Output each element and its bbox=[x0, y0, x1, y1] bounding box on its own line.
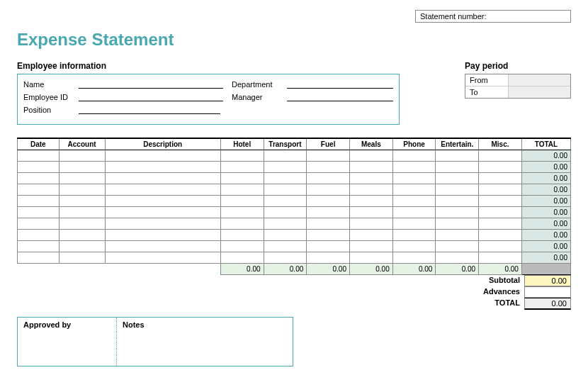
table-cell[interactable] bbox=[350, 150, 393, 162]
table-cell[interactable] bbox=[436, 173, 479, 184]
table-cell[interactable] bbox=[392, 196, 436, 207]
table-cell[interactable] bbox=[18, 207, 60, 218]
table-cell[interactable] bbox=[105, 218, 220, 230]
table-cell[interactable] bbox=[18, 218, 60, 230]
table-cell[interactable] bbox=[105, 150, 220, 162]
table-cell[interactable] bbox=[392, 184, 436, 196]
department-field[interactable] bbox=[287, 79, 393, 89]
table-cell[interactable] bbox=[392, 218, 436, 230]
manager-field[interactable] bbox=[287, 91, 393, 101]
table-cell[interactable] bbox=[59, 150, 105, 162]
table-cell[interactable] bbox=[264, 252, 307, 264]
table-cell[interactable] bbox=[264, 184, 307, 196]
table-cell[interactable] bbox=[392, 241, 436, 252]
table-cell[interactable] bbox=[59, 162, 105, 173]
table-cell[interactable] bbox=[479, 241, 522, 252]
table-cell[interactable] bbox=[392, 252, 436, 264]
table-cell[interactable] bbox=[264, 150, 307, 162]
table-cell[interactable] bbox=[59, 252, 105, 264]
table-cell[interactable] bbox=[264, 196, 307, 207]
table-cell[interactable] bbox=[220, 196, 264, 207]
table-cell[interactable] bbox=[220, 173, 264, 184]
table-cell[interactable] bbox=[350, 196, 393, 207]
table-cell[interactable] bbox=[59, 207, 105, 218]
table-cell[interactable] bbox=[436, 241, 479, 252]
table-cell[interactable] bbox=[105, 196, 220, 207]
table-cell[interactable] bbox=[350, 207, 393, 218]
table-cell[interactable] bbox=[307, 162, 350, 173]
table-cell[interactable] bbox=[479, 196, 522, 207]
table-cell[interactable] bbox=[436, 252, 479, 264]
table-cell[interactable] bbox=[350, 184, 393, 196]
table-cell[interactable] bbox=[307, 184, 350, 196]
table-cell[interactable] bbox=[479, 230, 522, 241]
table-cell[interactable] bbox=[18, 184, 60, 196]
table-cell[interactable] bbox=[350, 230, 393, 241]
table-cell[interactable] bbox=[436, 150, 479, 162]
table-cell[interactable] bbox=[220, 150, 264, 162]
table-cell[interactable] bbox=[307, 241, 350, 252]
statement-number-field[interactable]: Statement number: bbox=[415, 10, 571, 23]
table-cell[interactable] bbox=[18, 230, 60, 241]
table-cell[interactable] bbox=[220, 207, 264, 218]
table-cell[interactable] bbox=[479, 207, 522, 218]
table-cell[interactable] bbox=[350, 162, 393, 173]
table-cell[interactable] bbox=[105, 162, 220, 173]
table-cell[interactable] bbox=[18, 252, 60, 264]
table-cell[interactable] bbox=[479, 218, 522, 230]
table-cell[interactable] bbox=[307, 207, 350, 218]
table-cell[interactable] bbox=[307, 230, 350, 241]
employee-id-field[interactable] bbox=[79, 91, 223, 101]
table-cell[interactable] bbox=[307, 196, 350, 207]
table-cell[interactable] bbox=[350, 173, 393, 184]
table-cell[interactable] bbox=[59, 218, 105, 230]
table-cell[interactable] bbox=[220, 241, 264, 252]
table-cell[interactable] bbox=[220, 162, 264, 173]
table-cell[interactable] bbox=[350, 241, 393, 252]
table-cell[interactable] bbox=[105, 230, 220, 241]
table-cell[interactable] bbox=[350, 252, 393, 264]
table-cell[interactable] bbox=[59, 230, 105, 241]
table-cell[interactable] bbox=[479, 173, 522, 184]
table-cell[interactable] bbox=[18, 241, 60, 252]
table-cell[interactable] bbox=[307, 218, 350, 230]
table-cell[interactable] bbox=[392, 230, 436, 241]
table-cell[interactable] bbox=[264, 218, 307, 230]
table-cell[interactable] bbox=[220, 184, 264, 196]
table-cell[interactable] bbox=[479, 252, 522, 264]
table-cell[interactable] bbox=[264, 241, 307, 252]
table-cell[interactable] bbox=[264, 162, 307, 173]
table-cell[interactable] bbox=[18, 196, 60, 207]
table-cell[interactable] bbox=[479, 150, 522, 162]
table-cell[interactable] bbox=[436, 207, 479, 218]
table-cell[interactable] bbox=[105, 252, 220, 264]
table-cell[interactable] bbox=[18, 173, 60, 184]
table-cell[interactable] bbox=[392, 173, 436, 184]
table-cell[interactable] bbox=[436, 184, 479, 196]
table-cell[interactable] bbox=[59, 184, 105, 196]
table-cell[interactable] bbox=[105, 173, 220, 184]
table-cell[interactable] bbox=[59, 173, 105, 184]
table-cell[interactable] bbox=[436, 162, 479, 173]
table-cell[interactable] bbox=[105, 184, 220, 196]
table-cell[interactable] bbox=[220, 230, 264, 241]
table-cell[interactable] bbox=[479, 162, 522, 173]
name-field[interactable] bbox=[79, 79, 223, 89]
table-cell[interactable] bbox=[264, 207, 307, 218]
table-cell[interactable] bbox=[105, 241, 220, 252]
table-cell[interactable] bbox=[392, 150, 436, 162]
table-cell[interactable] bbox=[220, 218, 264, 230]
table-cell[interactable] bbox=[307, 150, 350, 162]
table-cell[interactable] bbox=[392, 207, 436, 218]
table-cell[interactable] bbox=[307, 252, 350, 264]
pay-period-to-field[interactable] bbox=[508, 86, 570, 98]
table-cell[interactable] bbox=[220, 252, 264, 264]
table-cell[interactable] bbox=[436, 196, 479, 207]
table-cell[interactable] bbox=[18, 150, 60, 162]
table-cell[interactable] bbox=[264, 173, 307, 184]
table-cell[interactable] bbox=[392, 162, 436, 173]
table-cell[interactable] bbox=[59, 196, 105, 207]
table-cell[interactable] bbox=[436, 218, 479, 230]
pay-period-from-field[interactable] bbox=[508, 74, 570, 86]
table-cell[interactable] bbox=[59, 241, 105, 252]
